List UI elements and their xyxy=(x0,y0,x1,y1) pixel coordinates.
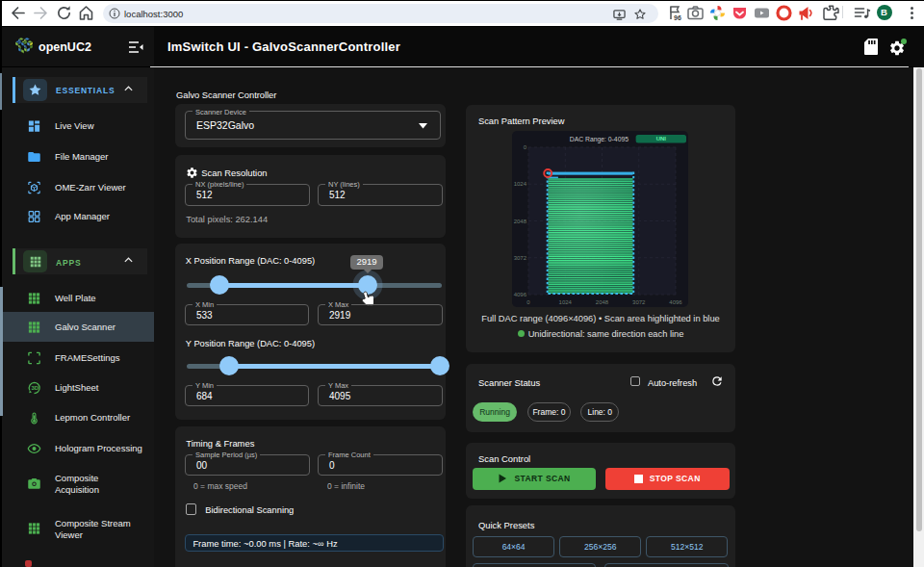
svg-text:4096: 4096 xyxy=(514,292,527,297)
svg-text:DAC Range: 0-4095: DAC Range: 0-4095 xyxy=(570,136,629,143)
svg-text:4096: 4096 xyxy=(669,299,682,305)
svg-text:3072: 3072 xyxy=(514,255,527,261)
svg-text:2048: 2048 xyxy=(596,299,609,305)
svg-text:1024: 1024 xyxy=(514,181,527,187)
svg-text:3072: 3072 xyxy=(632,299,646,305)
svg-text:96: 96 xyxy=(674,14,681,21)
svg-text:3D: 3D xyxy=(31,385,38,391)
svg-text:UNI: UNI xyxy=(656,136,667,142)
svg-text:1024: 1024 xyxy=(559,299,573,305)
svg-text:2048: 2048 xyxy=(514,219,527,224)
